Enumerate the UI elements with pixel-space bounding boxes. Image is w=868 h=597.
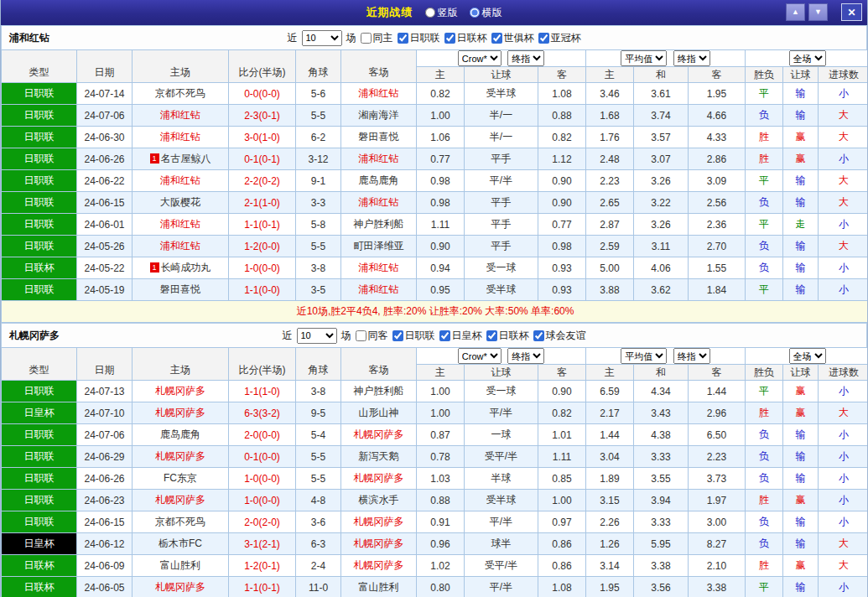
team-name[interactable]: 浦和红钻	[359, 153, 399, 164]
team-name[interactable]: 浦和红钻	[160, 109, 200, 121]
corner-cell: 3-3	[296, 192, 341, 214]
ah-index-select[interactable]: 终指	[507, 50, 544, 66]
league-filter[interactable]: 日联杯	[444, 31, 487, 45]
eu-home-odds-cell: 2.87	[586, 214, 634, 236]
team-name[interactable]: 浦和红钻	[160, 218, 200, 230]
scroll-up-button[interactable]: ▲	[786, 3, 805, 21]
match-date-cell: 24-06-09	[77, 555, 133, 577]
team-name[interactable]: 京都不死鸟	[155, 516, 205, 527]
team-name[interactable]: 札幌冈萨多	[354, 559, 404, 571]
eu-away-odds-cell: 2.70	[689, 236, 746, 257]
same-venue-filter[interactable]: 同主	[361, 31, 393, 45]
team-name[interactable]: 札幌冈萨多	[354, 516, 404, 527]
league-filter-checkbox[interactable]	[392, 330, 403, 341]
home-team-cell: 札幌冈萨多	[133, 402, 229, 424]
team-name[interactable]: 浦和红钻	[359, 196, 399, 208]
bookmaker-select[interactable]: Crow*	[458, 50, 502, 66]
league-filter[interactable]: 世俱杯	[491, 31, 534, 45]
col-type: 类型	[2, 50, 77, 83]
team-name[interactable]: 町田泽维亚	[354, 240, 404, 252]
team-name[interactable]: 浦和红钻	[359, 283, 399, 295]
team-name[interactable]: 浦和红钻	[160, 174, 200, 186]
team-name[interactable]: 神户胜利船	[354, 385, 404, 397]
league-filter[interactable]: 日联杯	[486, 329, 529, 343]
fulltime-select[interactable]: 全场	[789, 50, 826, 66]
vertical-layout-radio[interactable]	[425, 8, 435, 18]
team-name[interactable]: 名古屋鲸八	[161, 153, 211, 164]
ah-away-odds-cell: 1.01	[538, 424, 586, 446]
close-button[interactable]: ✕	[841, 3, 862, 21]
team-name[interactable]: 大阪樱花	[160, 196, 200, 208]
league-filter-checkbox[interactable]	[538, 33, 549, 44]
team-name[interactable]: 长崎成功丸	[161, 262, 211, 273]
team-name[interactable]: 磐田喜悦	[359, 131, 399, 143]
eu-draw-odds-cell: 3.11	[634, 236, 689, 257]
ah-away-odds-cell: 0.90	[538, 381, 586, 402]
team-name[interactable]: 札幌冈萨多	[155, 494, 205, 506]
team-name[interactable]: 新泻天鹅	[359, 450, 399, 462]
result-cell: 平	[746, 381, 783, 402]
team-name[interactable]: 富山胜利	[359, 581, 399, 593]
eu-index-select[interactable]: 终指	[673, 348, 710, 364]
league-filter-checkbox[interactable]	[444, 33, 455, 44]
league-filter[interactable]: 日皇杯	[439, 329, 482, 343]
team-name[interactable]: 浦和红钻	[359, 87, 399, 99]
score-cell: 1-1(0-1)	[229, 214, 296, 236]
horizontal-layout-radio[interactable]	[470, 8, 480, 18]
team-name[interactable]: 鹿岛鹿角	[359, 174, 399, 186]
near-count-select[interactable]: 10	[302, 30, 342, 46]
league-filter[interactable]: 日职联	[392, 329, 435, 343]
scroll-down-button[interactable]: ▼	[808, 3, 828, 21]
same-venue-checkbox[interactable]	[356, 330, 366, 341]
team-name[interactable]: 浦和红钻	[359, 262, 399, 273]
team-name[interactable]: 札幌冈萨多	[155, 450, 205, 462]
bookmaker-select[interactable]: Crow*	[458, 348, 502, 364]
team-name[interactable]: 浦和红钻	[160, 240, 200, 252]
team-name[interactable]: 横滨水手	[359, 494, 399, 506]
team-name[interactable]: 札幌冈萨多	[155, 407, 205, 418]
corner-cell: 3-8	[296, 257, 341, 279]
average-select[interactable]: 平均值	[621, 348, 667, 364]
team-name[interactable]: 浦和红钻	[160, 131, 200, 143]
team-name[interactable]: 札幌冈萨多	[354, 472, 404, 484]
col-eu-away: 客	[689, 67, 746, 83]
near-count-select[interactable]: 10	[297, 328, 337, 344]
league-filter-checkbox[interactable]	[439, 330, 450, 341]
team-name[interactable]: 京都不死鸟	[155, 87, 205, 99]
same-venue-checkbox[interactable]	[361, 33, 372, 44]
team-name[interactable]: 札幌冈萨多	[155, 581, 205, 593]
layout-option-vertical[interactable]: 竖版	[425, 6, 458, 20]
layout-option-horizontal[interactable]: 横版	[470, 6, 502, 20]
ah-line-cell: 平手	[465, 214, 538, 236]
match-row: 日联杯24-05-221长崎成功丸1-0(0-0)3-8浦和红钻0.94受一球0…	[2, 257, 868, 279]
team-name[interactable]: 山形山神	[359, 407, 399, 418]
league-filter[interactable]: 球会友谊	[533, 329, 586, 343]
team-name[interactable]: 神户胜利船	[354, 218, 404, 230]
col-eu-home: 主	[586, 67, 634, 83]
league-filter[interactable]: 亚冠杯	[538, 31, 581, 45]
league-filter-checkbox[interactable]	[533, 330, 544, 341]
team-name[interactable]: 鹿岛鹿角	[160, 428, 200, 440]
match-date-cell: 24-07-13	[77, 381, 133, 402]
league-filter[interactable]: 日职联	[398, 31, 440, 45]
team-name[interactable]: 札幌冈萨多	[155, 385, 205, 397]
league-filter-checkbox[interactable]	[398, 33, 408, 44]
fulltime-select[interactable]: 全场	[789, 348, 826, 364]
team-name[interactable]: 札幌冈萨多	[354, 428, 404, 440]
eu-index-select[interactable]: 终指	[673, 50, 710, 66]
league-filter-checkbox[interactable]	[491, 33, 502, 44]
team-name[interactable]: 富山胜利	[160, 559, 200, 571]
filter-controls: 近 10 场 同主 日职联 日联杯 世俱杯 亚冠杯	[288, 30, 581, 46]
average-select[interactable]: 平均值	[621, 50, 667, 66]
ah-home-odds-cell: 1.02	[417, 555, 465, 577]
team-name[interactable]: 磐田喜悦	[160, 283, 200, 295]
team-name[interactable]: 栃木市FC	[159, 537, 202, 549]
result-cell: 胜	[746, 490, 783, 511]
team-name[interactable]: FC东京	[164, 472, 197, 484]
league-filter-checkbox[interactable]	[486, 330, 497, 341]
col-score: 比分(半场)	[229, 348, 296, 381]
team-name[interactable]: 湘南海洋	[359, 109, 399, 121]
same-venue-filter[interactable]: 同客	[356, 329, 388, 343]
ah-index-select[interactable]: 终指	[507, 348, 544, 364]
team-name[interactable]: 札幌冈萨多	[354, 537, 404, 549]
